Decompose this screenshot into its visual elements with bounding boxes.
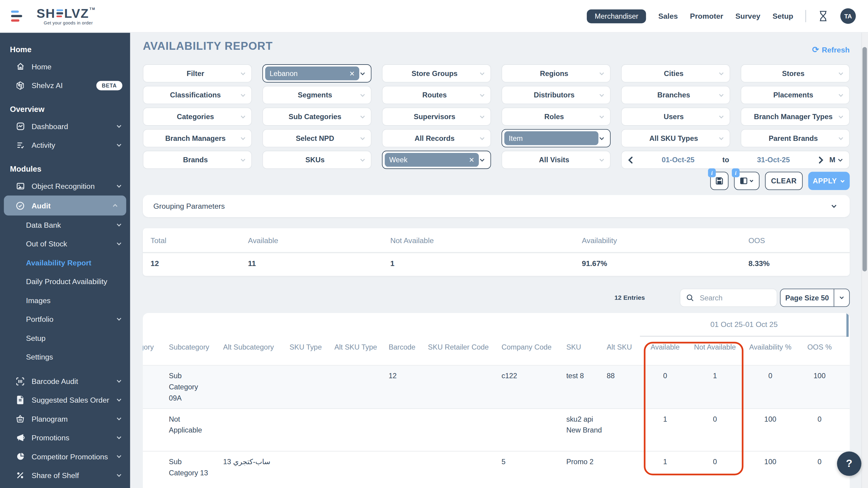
search-input[interactable] — [699, 293, 760, 303]
filter-regions[interactable]: Regions — [501, 64, 611, 83]
date-group-header: 01 Oct 25-01 Oct 25 — [640, 313, 848, 337]
filter-parent-brands[interactable]: Parent Brands — [741, 129, 850, 147]
sidebar-item-portfolio[interactable]: Portfolio — [0, 310, 130, 328]
date-mode-select[interactable]: M — [830, 155, 844, 164]
chevron-down-icon — [838, 92, 844, 98]
filter-users[interactable]: Users — [621, 107, 730, 126]
sidebar-item-label: Portfolio — [26, 315, 113, 323]
remove-tag-icon[interactable]: ✕ — [345, 70, 355, 78]
selected-tag-week: Week✕ — [385, 153, 479, 167]
sidebar-item-dashboard[interactable]: Dashboard — [0, 117, 130, 136]
column-header-alt-sku: Alt SKU — [607, 343, 632, 351]
filter-classifications[interactable]: Classifications — [143, 86, 252, 104]
apply-button[interactable]: APPLY — [808, 172, 850, 190]
filter-label: Sub Categories — [263, 113, 359, 121]
filter-branch-managers[interactable]: Branch Managers — [143, 129, 252, 147]
chevron-down-icon — [598, 92, 605, 98]
filter-branch-manager-types[interactable]: Branch Manager Types — [741, 107, 850, 126]
sidebar-item-out-of-stock[interactable]: Out of Stock — [0, 234, 130, 253]
chevron-down-icon — [598, 113, 605, 120]
sidebar-item-planogram[interactable]: Planogram — [0, 409, 130, 428]
filter-supervisors[interactable]: Supervisors — [382, 107, 491, 126]
sidebar-item-share-of-shelf[interactable]: Share of Shelf — [0, 466, 130, 485]
date-from[interactable]: 01-Oct-25 — [634, 155, 722, 164]
filter-label: Roles — [502, 113, 598, 121]
filter-branches[interactable]: Branches — [621, 86, 730, 104]
table-cell-availability: 100 — [744, 414, 797, 425]
filter-item[interactable]: Item — [501, 129, 611, 147]
filter-categories[interactable]: Categories — [143, 107, 252, 126]
date-to[interactable]: 31-Oct-25 — [729, 155, 818, 164]
nav-link-promoter[interactable]: Promoter — [690, 12, 723, 20]
remove-tag-icon[interactable]: ✕ — [464, 156, 474, 164]
sidebar-item-barcode-audit[interactable]: Barcode Audit — [0, 372, 130, 390]
nav-link-survey[interactable]: Survey — [735, 12, 761, 20]
sidebar-item-object-recognition[interactable]: Object Recognition — [0, 177, 130, 196]
sidebar-item-shelvz-ai[interactable]: Shelvz AIBETA — [0, 76, 130, 95]
sidebar-item-images[interactable]: Images — [0, 291, 130, 310]
chevron-left-icon[interactable] — [627, 156, 634, 164]
filter-all-visits[interactable]: All Visits — [501, 151, 611, 169]
nav-link-merchandiser[interactable]: Merchandiser — [587, 9, 646, 23]
chevron-down-icon — [240, 70, 246, 77]
sidebar-item-promotions[interactable]: Promotions — [0, 428, 130, 447]
sidebar-item-daily-product-availability[interactable]: Daily Product Availability — [0, 272, 130, 291]
filter-roles[interactable]: Roles — [501, 107, 611, 126]
refresh-button[interactable]: ⟳ Refresh — [812, 45, 849, 55]
sidebar-item-audit[interactable]: Audit — [4, 196, 126, 216]
filter-stores[interactable]: Stores — [741, 64, 850, 83]
page-size-select[interactable]: Page Size 50 — [780, 289, 849, 307]
clear-button[interactable]: CLEAR — [765, 172, 803, 190]
chevron-down-icon — [116, 453, 122, 460]
sidebar-item-activity[interactable]: Activity — [0, 136, 130, 154]
hourglass-icon[interactable] — [818, 10, 828, 22]
activity-icon — [16, 141, 25, 150]
menu-icon[interactable] — [11, 10, 24, 22]
filter-brands[interactable]: Brands — [143, 151, 252, 169]
grouping-parameters-panel[interactable]: Grouping Parameters — [143, 195, 850, 217]
filter-cities[interactable]: Cities — [621, 64, 730, 83]
scrollbar-track[interactable] — [861, 33, 868, 488]
sidebar-item-stock-count[interactable]: Stock Count — [0, 485, 130, 488]
avatar[interactable]: TA — [840, 8, 856, 24]
filter-lebanon[interactable]: Lebanon✕ — [262, 64, 372, 83]
sidebar-item-setup[interactable]: Setup — [0, 328, 130, 347]
brand-tagline: Get your goods in order — [36, 20, 95, 25]
sidebar-item-competitor-promotions[interactable]: Competitor Promotions — [0, 447, 130, 466]
filter-all-records[interactable]: All Records — [382, 129, 491, 147]
filter-filter[interactable]: Filter — [143, 64, 252, 83]
filter-label: Regions — [502, 69, 598, 78]
table-row: Sub Category 09A12c122test 888010100 — [143, 366, 850, 409]
columns-button[interactable]: i — [734, 172, 760, 190]
filter-routes[interactable]: Routes — [382, 86, 491, 104]
filter-label: Select NPD — [263, 134, 359, 142]
filter-select-npd[interactable]: Select NPD — [262, 129, 372, 147]
filter-store-groups[interactable]: Store Groups — [382, 64, 491, 83]
filter-sub-categories[interactable]: Sub Categories — [262, 107, 372, 126]
filter-week[interactable]: Week✕ — [382, 151, 491, 169]
chevron-down-icon — [116, 415, 122, 422]
filter-segments[interactable]: Segments — [262, 86, 372, 104]
sidebar-item-availability-report[interactable]: Availability Report — [0, 253, 130, 272]
nav-link-sales[interactable]: Sales — [658, 12, 678, 20]
filter-placements[interactable]: Placements — [741, 86, 850, 104]
filter-distributors[interactable]: Distributors — [501, 86, 611, 104]
save-filter-button[interactable]: i — [710, 172, 729, 190]
chevron-down-icon — [479, 135, 486, 141]
page-size-label: Page Size 50 — [781, 289, 834, 307]
filter-all-sku-types[interactable]: All SKU Types — [621, 129, 730, 147]
help-button[interactable]: ? — [837, 452, 861, 476]
nav-link-setup[interactable]: Setup — [772, 12, 793, 20]
table-cell-subcategory: Sub Category 09A — [169, 371, 210, 404]
sidebar-item-home[interactable]: Home — [0, 57, 130, 76]
save-icon — [715, 177, 724, 185]
brand-text-right: LVZ — [64, 7, 89, 20]
sidebar-item-data-bank[interactable]: Data Bank — [0, 216, 130, 234]
info-badge-icon: i — [732, 168, 740, 177]
filter-skus[interactable]: SKUs — [262, 151, 372, 169]
filter-label: Classifications — [144, 91, 240, 99]
scrollbar-thumb[interactable] — [863, 47, 867, 271]
chevron-right-icon[interactable] — [818, 156, 824, 164]
sidebar-item-settings[interactable]: Settings — [0, 347, 130, 366]
sidebar-item-suggested-sales-order[interactable]: Suggested Sales Order — [0, 391, 130, 409]
